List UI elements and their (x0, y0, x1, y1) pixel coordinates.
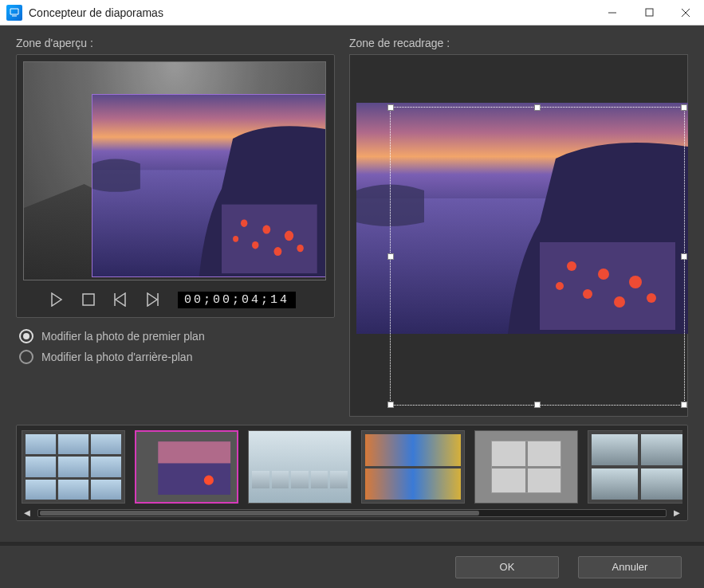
svg-point-5 (262, 225, 270, 234)
preview-canvas (23, 61, 326, 280)
crop-panel (349, 54, 688, 417)
app-icon (6, 5, 22, 21)
svg-point-6 (285, 231, 293, 241)
svg-point-10 (233, 236, 238, 242)
svg-rect-24 (158, 441, 230, 463)
svg-point-9 (297, 245, 303, 252)
content-area: Zone d'aperçu : (0, 25, 704, 542)
radio-icon (19, 329, 33, 343)
next-frame-icon (146, 292, 159, 307)
slide-thumbnails: ◄ ► (16, 425, 688, 521)
svg-point-8 (273, 247, 281, 256)
scrollbar-track[interactable] (37, 509, 667, 517)
quad-preview (491, 441, 561, 493)
timecode-display[interactable]: 00;00;04;14 (178, 292, 296, 308)
foreground-photo[interactable] (92, 94, 326, 277)
dialog-footer: OK Annuler (0, 542, 704, 588)
svg-rect-0 (646, 9, 653, 16)
svg-rect-11 (83, 294, 94, 305)
radio-background[interactable]: Modifier la photo d'arrière-plan (19, 347, 332, 367)
cancel-button[interactable]: Annuler (578, 556, 682, 578)
window-controls (594, 0, 704, 25)
window-title: Concepteur de diaporamas (29, 6, 163, 19)
ok-button[interactable]: OK (455, 556, 559, 578)
thumbnail-scrollbar: ◄ ► (22, 507, 682, 519)
close-icon (681, 8, 690, 18)
crop-handle-sw[interactable] (387, 402, 394, 408)
thumbnail-4[interactable] (361, 430, 465, 504)
svg-point-25 (204, 476, 214, 485)
scroll-left-button[interactable]: ◄ (22, 507, 33, 519)
scrollbar-thumb[interactable] (40, 511, 479, 515)
mirror-preview (365, 434, 461, 500)
stop-button[interactable] (79, 290, 98, 309)
filmstrip-preview (252, 471, 348, 488)
play-icon (50, 292, 63, 307)
titlebar: Concepteur de diaporamas (0, 0, 704, 25)
maximize-button[interactable] (631, 0, 667, 25)
playback-controls: 00;00;04;14 (23, 280, 328, 312)
play-button[interactable] (47, 290, 66, 309)
stop-icon (82, 293, 95, 306)
svg-point-4 (241, 219, 247, 226)
thumbnail-6[interactable] (588, 430, 682, 504)
sunset-image (92, 95, 326, 276)
crop-handle-e[interactable] (681, 253, 687, 260)
crop-column: Zone de recadrage : (349, 37, 688, 417)
slideshow-designer-window: Concepteur de diaporamas Zone d'aperçu : (0, 0, 704, 588)
crop-rectangle[interactable] (390, 107, 685, 406)
preview-panel: 00;00;04;14 (16, 54, 335, 318)
radio-icon (19, 350, 33, 364)
thumbnail-2[interactable] (135, 430, 238, 504)
top-row: Zone d'aperçu : (16, 37, 688, 417)
thumbnail-1[interactable] (22, 430, 125, 504)
scroll-right-button[interactable]: ► (671, 507, 682, 519)
radio-background-label: Modifier la photo d'arrière-plan (41, 351, 192, 363)
close-button[interactable] (667, 0, 704, 25)
crop-handle-n[interactable] (534, 104, 541, 111)
radio-foreground[interactable]: Modifier la photo de premier plan (19, 326, 332, 347)
radio-foreground-label: Modifier la photo de premier plan (41, 330, 205, 343)
minimize-button[interactable] (594, 0, 631, 25)
beach-preview (249, 431, 351, 503)
preview-column: Zone d'aperçu : (16, 37, 335, 417)
thumbnail-3[interactable] (248, 430, 352, 504)
collage-grid-preview (26, 434, 121, 500)
thumbnail-row (22, 430, 682, 504)
sunset-preview (136, 432, 237, 502)
crop-handle-se[interactable] (681, 402, 687, 408)
next-frame-button[interactable] (143, 290, 162, 309)
minimize-icon (608, 8, 617, 18)
prev-frame-icon (114, 292, 127, 307)
prev-frame-button[interactable] (111, 290, 130, 309)
photo-layer-options: Modifier la photo de premier plan Modifi… (16, 318, 335, 370)
crop-handle-s[interactable] (534, 402, 541, 408)
jump-preview (592, 434, 682, 500)
crop-handle-nw[interactable] (387, 104, 394, 111)
thumbnail-5[interactable] (474, 430, 578, 504)
svg-point-7 (252, 241, 258, 249)
crop-label: Zone de recadrage : (349, 37, 688, 49)
preview-label: Zone d'aperçu : (16, 37, 335, 49)
maximize-icon (645, 8, 654, 17)
crop-handle-ne[interactable] (681, 104, 687, 111)
crop-handle-w[interactable] (387, 253, 394, 260)
